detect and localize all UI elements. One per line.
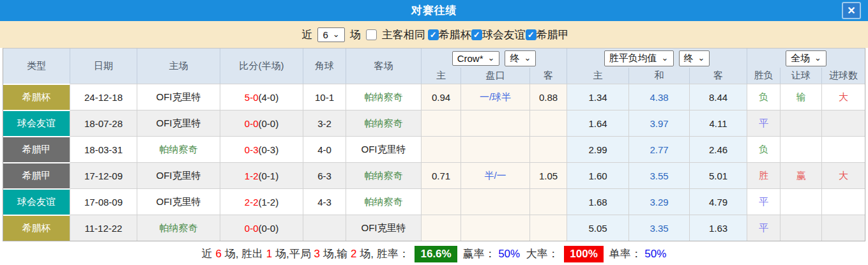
score-half: (0-0) — [259, 223, 279, 234]
score-cell: 2-2(1-2) — [220, 188, 303, 215]
score-cell: 0-0(0-0) — [220, 215, 303, 241]
summary-text: 50% — [498, 248, 520, 261]
handicap-away-odds-cell: 1.05 — [530, 162, 567, 188]
goals-cell — [822, 188, 865, 215]
handicap-result-cell: 输 — [780, 84, 822, 110]
bookmaker-select-value: Crow* — [457, 53, 483, 64]
odds-home-cell: 5.05 — [567, 215, 629, 241]
odds-away-cell: 4.11 — [690, 110, 747, 136]
away-team-cell: OFI克里特 — [346, 136, 422, 162]
handicap-home-odds-cell — [422, 110, 461, 136]
recent-count-select[interactable]: 6 ⌄ — [317, 27, 344, 42]
handicap-line-cell: 半/一 — [461, 162, 530, 188]
home-team-cell: OFI克里特 — [137, 162, 220, 188]
handicap-line-cell — [461, 215, 530, 241]
subheader-goals: 进球数 — [822, 68, 865, 84]
home-team-cell: 帕纳察奇 — [137, 136, 220, 162]
col-header-away: 客场 — [346, 49, 422, 84]
handicap-home-odds-cell: 0.71 — [422, 162, 461, 188]
col-header-corner: 角球 — [303, 49, 346, 84]
recent-count-value: 6 — [323, 29, 328, 40]
odds-draw-cell: 3.35 — [629, 215, 690, 241]
score-full: 0-0 — [245, 118, 259, 129]
score-cell: 0-3(0-3) — [220, 136, 303, 162]
competition-filter: ✓球会友谊 — [471, 27, 526, 42]
score-cell: 5-0(4-0) — [220, 84, 303, 110]
home-team-cell: OFI克里特 — [137, 84, 220, 110]
table-body: 希腊杯24-12-18OFI克里特5-0(4-0)10-1帕纳察奇0.94一/球… — [3, 84, 865, 241]
date-cell: 24-12-18 — [70, 84, 137, 110]
same-venue-label: 主客相同 — [382, 27, 425, 42]
odds-away-cell: 5.01 — [690, 162, 747, 188]
score-half: (0-0) — [259, 118, 279, 129]
page-title: 对赛往绩 — [411, 3, 457, 18]
bookmaker-time-value: 终 — [510, 52, 519, 64]
odds-time-select[interactable]: 终 ⌄ — [679, 50, 710, 66]
away-team-cell: OFI克里特 — [346, 215, 422, 241]
same-venue-checkbox[interactable] — [366, 29, 377, 40]
summary-text: 近 — [202, 246, 216, 261]
handicap-result-cell — [780, 110, 822, 136]
corner-cell: 4-3 — [303, 188, 346, 215]
odds-away-cell: 1.63 — [690, 215, 747, 241]
bookmaker-time-select[interactable]: 终 ⌄ — [505, 50, 536, 66]
recent-label-suffix: 场 — [350, 27, 361, 42]
score-half: (0-3) — [259, 144, 279, 155]
goals-cell — [822, 136, 865, 162]
handicap-result-cell — [780, 188, 822, 215]
summary-text: 6 — [215, 248, 221, 261]
score-cell: 1-2(0-1) — [220, 162, 303, 188]
type-cell: 希腊杯 — [3, 215, 70, 241]
type-cell: 球会友谊 — [3, 188, 70, 215]
table-row: 希腊杯11-12-22帕纳察奇0-0(0-0)OFI克里特5.053.351.6… — [3, 215, 865, 241]
corner-cell: 4-0 — [303, 136, 346, 162]
handicap-result-cell: 赢 — [780, 162, 822, 188]
result-cell: 平 — [747, 110, 780, 136]
home-team-cell: OFI克里特 — [137, 188, 220, 215]
summary-badge: 100% — [564, 246, 603, 262]
handicap-home-odds-cell — [422, 215, 461, 241]
h2h-table: 类型 日期 主场 比分(半场) 角球 客场 Crow* ⌄ 终 ⌄ 胜平负均值 … — [3, 48, 865, 241]
goals-cell — [822, 110, 865, 136]
summary-text: 大率： — [520, 246, 561, 261]
col-header-date: 日期 — [70, 49, 137, 84]
odds-draw-cell: 3.97 — [629, 110, 690, 136]
corner-cell: 6-3 — [303, 162, 346, 188]
odds-home-cell: 1.68 — [567, 188, 629, 215]
bookmaker-select[interactable]: Crow* ⌄ — [452, 51, 500, 66]
score-full: 0-3 — [245, 144, 259, 155]
summary-text: 场,输 — [320, 246, 351, 261]
odds-type-value: 胜平负均值 — [609, 52, 657, 64]
odds-away-cell: 8.44 — [690, 84, 747, 110]
summary-text: 1 — [266, 248, 272, 261]
recent-label-prefix: 近 — [301, 27, 312, 42]
result-cell: 平 — [747, 215, 780, 241]
table-row: 球会友谊17-08-09OFI克里特2-2(1-2)4-3帕纳察奇1.683.2… — [3, 188, 865, 215]
chevron-down-icon: ⌄ — [488, 56, 495, 61]
competition-label: 球会友谊 — [482, 27, 526, 42]
score-half: (4-0) — [259, 92, 279, 103]
close-button[interactable]: ✕ — [842, 2, 861, 19]
subheader-odds-draw: 和 — [629, 68, 690, 84]
odds-type-select[interactable]: 胜平负均值 ⌄ — [604, 50, 674, 66]
table-row: 希腊甲17-12-09OFI克里特1-2(0-1)6-3帕纳察奇0.71半/一1… — [3, 162, 865, 188]
handicap-home-odds-cell — [422, 136, 461, 162]
competition-checkbox[interactable]: ✓ — [471, 29, 482, 40]
chevron-down-icon: ⌄ — [662, 56, 669, 61]
scope-header-group: 全场 ⌄ — [747, 49, 865, 68]
handicap-home-odds-cell: 0.94 — [422, 84, 461, 110]
competition-checkbox[interactable]: ✓ — [526, 29, 537, 40]
result-cell: 负 — [747, 136, 780, 162]
date-cell: 18-07-28 — [70, 110, 137, 136]
date-cell: 17-12-09 — [70, 162, 137, 188]
score-full: 2-2 — [245, 197, 259, 208]
odds-away-cell: 2.46 — [690, 136, 747, 162]
score-full: 0-0 — [245, 223, 259, 234]
odds-home-cell: 1.60 — [567, 162, 629, 188]
score-full: 1-2 — [245, 170, 259, 181]
date-cell: 11-12-22 — [70, 215, 137, 241]
corner-cell: 10-1 — [303, 84, 346, 110]
scope-select[interactable]: 全场 ⌄ — [786, 50, 826, 66]
competition-checkbox[interactable]: ✓ — [428, 29, 439, 40]
odds-time-value: 终 — [684, 52, 694, 64]
